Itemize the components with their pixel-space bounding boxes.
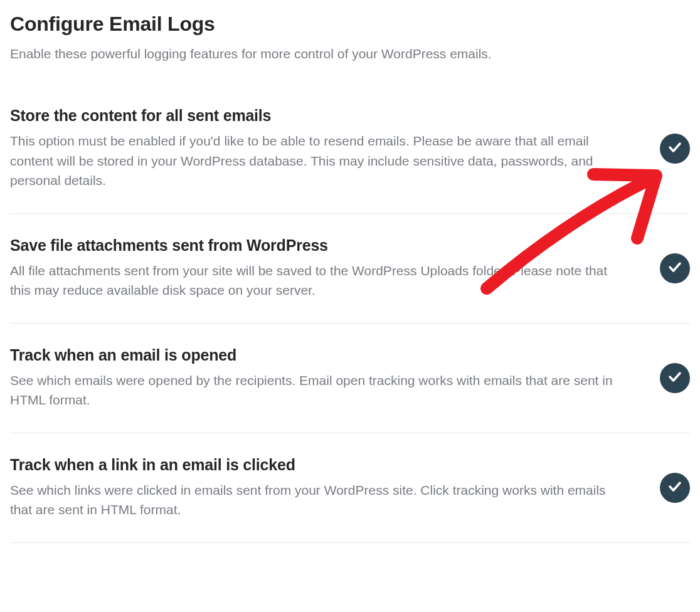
option-track-clicked: Track when a link in an email is clicked… xyxy=(10,456,690,543)
option-text: Track when a link in an email is clicked… xyxy=(10,456,618,520)
option-description: See which links were clicked in emails s… xyxy=(10,480,618,520)
check-icon xyxy=(667,260,682,277)
option-heading: Track when an email is opened xyxy=(10,346,618,364)
option-save-attachments: Save file attachments sent from WordPres… xyxy=(10,236,690,324)
option-text: Track when an email is opened See which … xyxy=(10,346,618,410)
option-description: All file attachments sent from your site… xyxy=(10,261,618,300)
configure-email-logs-page: Configure Email Logs Enable these powerf… xyxy=(10,13,690,543)
check-icon xyxy=(667,369,682,387)
option-description: See which emails were opened by the reci… xyxy=(10,371,618,410)
option-heading: Store the content for all sent emails xyxy=(10,107,618,125)
option-heading: Track when a link in an email is clicked xyxy=(10,456,618,474)
option-text: Save file attachments sent from WordPres… xyxy=(10,236,618,300)
page-subtitle: Enable these powerful logging features f… xyxy=(10,45,690,63)
page-title: Configure Email Logs xyxy=(10,13,690,36)
check-icon xyxy=(667,140,682,157)
toggle-track-clicked[interactable] xyxy=(660,473,690,503)
option-heading: Save file attachments sent from WordPres… xyxy=(10,236,618,255)
option-track-opened: Track when an email is opened See which … xyxy=(10,346,690,433)
check-icon xyxy=(667,479,682,497)
toggle-track-opened[interactable] xyxy=(660,363,690,393)
toggle-store-content[interactable] xyxy=(660,134,690,164)
option-description: This option must be enabled if you'd lik… xyxy=(10,131,618,191)
option-text: Store the content for all sent emails Th… xyxy=(10,107,618,191)
option-store-content: Store the content for all sent emails Th… xyxy=(10,107,690,214)
toggle-save-attachments[interactable] xyxy=(660,253,690,283)
